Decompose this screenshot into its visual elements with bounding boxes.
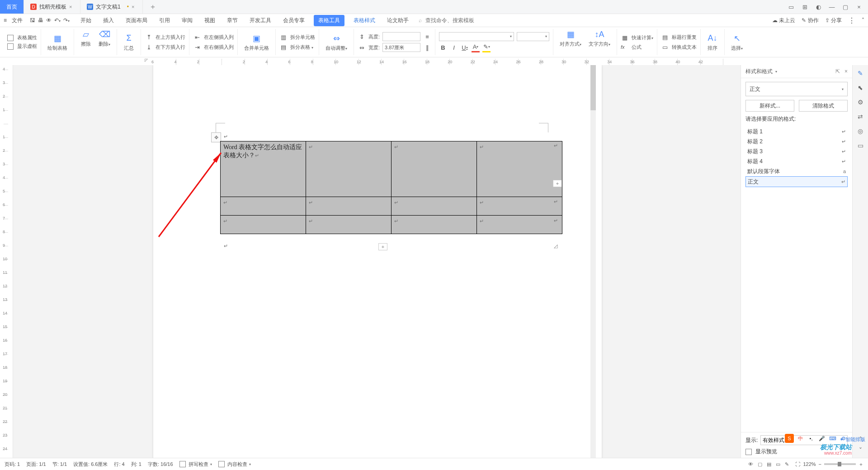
ime-mic-icon[interactable]: 🎤: [817, 434, 826, 443]
eye-icon[interactable]: 👁: [748, 461, 753, 467]
ime-punct-icon[interactable]: •,: [807, 434, 816, 443]
underline-button[interactable]: U▾: [461, 43, 469, 52]
table-cell[interactable]: ↵: [392, 216, 477, 234]
table-cell[interactable]: ↵: [477, 197, 562, 216]
vertical-scrollbar[interactable]: [590, 65, 596, 458]
bold-button[interactable]: B: [439, 43, 447, 52]
file-menu[interactable]: 文件: [12, 17, 23, 24]
collapse-ribbon-icon[interactable]: ˄: [862, 17, 864, 24]
table-cell[interactable]: ↵: [477, 216, 562, 234]
view-mode3-icon[interactable]: ▭: [776, 461, 780, 467]
rail-down-icon[interactable]: ˅: [859, 446, 862, 454]
redo-icon[interactable]: ↷▾: [63, 17, 70, 24]
add-row-button[interactable]: +: [378, 243, 387, 250]
status-page-number[interactable]: 页码: 1: [5, 461, 20, 468]
status-page[interactable]: 页面: 1/1: [26, 461, 46, 468]
sort[interactable]: A↓排序: [704, 33, 721, 52]
tab-selector-icon[interactable]: ◸: [145, 58, 148, 62]
ime-keyboard-icon[interactable]: ⌨: [828, 434, 837, 443]
show-dashed[interactable]: 显示虚框: [17, 43, 37, 50]
tab-paper[interactable]: 论文助手: [384, 15, 411, 26]
erase[interactable]: ▱擦除: [78, 29, 94, 55]
zoom-slider[interactable]: [824, 463, 856, 465]
tab-tablestyle[interactable]: 表格样式: [351, 15, 378, 26]
highlighter-icon[interactable]: ✎: [785, 461, 789, 467]
minimize-icon[interactable]: —: [828, 4, 835, 10]
status-col[interactable]: 列: 1: [131, 461, 142, 468]
tab-dev[interactable]: 开发工具: [247, 15, 274, 26]
table-cell[interactable]: Word 表格文字怎么自动适应表格大小？↵: [221, 141, 306, 197]
command-search[interactable]: ⌕: [419, 17, 481, 24]
tab-insert[interactable]: 插入: [100, 15, 117, 26]
search-input[interactable]: [425, 17, 481, 24]
zoom-level[interactable]: 122%: [803, 461, 816, 467]
status-section[interactable]: 节: 1/1: [52, 461, 67, 468]
ime-settings-icon[interactable]: ⚙: [839, 434, 848, 443]
undo-icon[interactable]: ↶▾: [54, 17, 61, 24]
distribute-rows-icon[interactable]: ≡: [423, 33, 431, 41]
ime-lang-icon[interactable]: 中: [796, 434, 805, 443]
tab-document[interactable]: W文字文稿1•×: [80, 0, 143, 14]
tab-section[interactable]: 章节: [224, 15, 241, 26]
status-row[interactable]: 行: 4: [114, 461, 124, 468]
collab-button[interactable]: ✎ 协作: [802, 17, 818, 24]
tab-templates[interactable]: D找稻壳模板×: [24, 0, 80, 14]
italic-button[interactable]: I: [450, 43, 458, 52]
checkbox-icon[interactable]: [7, 35, 14, 41]
link-icon[interactable]: ⇄: [858, 113, 863, 120]
cloud-status[interactable]: ☁ 未上云: [772, 17, 795, 24]
spellcheck-toggle[interactable]: 拼写检查 ▾: [179, 461, 212, 468]
title-repeat[interactable]: 标题行重复: [672, 34, 697, 41]
clear-format-button[interactable]: 清除格式: [799, 100, 848, 112]
table-props[interactable]: 表格属性: [17, 34, 37, 41]
pin-icon[interactable]: ⇱: [835, 68, 840, 75]
font-select[interactable]: ▾: [439, 32, 514, 41]
draw-table[interactable]: ▦绘制表格: [45, 33, 70, 52]
share-button[interactable]: ⇪ 分享: [825, 17, 842, 24]
document-canvas[interactable]: ↵ ✥ Word 表格文字怎么自动适应表格大小？↵ ↵ ↵ ↵ ↵ ↵ ↵ ↵ …: [13, 65, 741, 458]
status-chars[interactable]: 字数: 16/16: [148, 461, 173, 468]
checkbox-icon[interactable]: [745, 449, 752, 455]
new-style-button[interactable]: 新样式...: [745, 100, 794, 112]
menu-icon[interactable]: ≡: [4, 17, 11, 24]
apps-icon[interactable]: ⊞: [801, 4, 808, 10]
show-preview[interactable]: 显示预览: [755, 448, 777, 456]
align[interactable]: ▦对齐方式▾: [557, 29, 584, 55]
cursor-tool-icon[interactable]: ⬉: [858, 84, 863, 91]
tab-home[interactable]: 首页: [0, 0, 24, 14]
zoom-out-icon[interactable]: −: [819, 461, 821, 467]
settings-icon[interactable]: ⚙: [858, 99, 863, 106]
tab-vip[interactable]: 会员专享: [280, 15, 307, 26]
reading-icon[interactable]: ▭: [858, 142, 863, 149]
tab-reference[interactable]: 引用: [156, 15, 173, 26]
vertical-ruler[interactable]: 43 21 12 34 56 78 910 1112 1314 1516 171…: [0, 65, 13, 458]
current-style-select[interactable]: 正文▾: [745, 82, 848, 96]
table-cell[interactable]: ↵: [306, 141, 392, 197]
tab-tabletools[interactable]: 表格工具: [314, 15, 344, 26]
delete[interactable]: ⌫删除▾: [96, 29, 113, 55]
close-icon[interactable]: ×: [132, 4, 136, 9]
style-item-selected[interactable]: 正文↵: [745, 176, 848, 187]
status-position[interactable]: 设置值: 6.6厘米: [73, 461, 108, 468]
tab-pagelayout[interactable]: 页面布局: [123, 15, 150, 26]
maximize-icon[interactable]: ▢: [842, 4, 849, 10]
style-item[interactable]: 标题 4↵: [745, 156, 848, 166]
user-icon[interactable]: ◐: [815, 4, 822, 10]
font-color-button[interactable]: A▾: [472, 43, 480, 52]
insert-bottom[interactable]: 在下方插入行: [156, 44, 185, 51]
scrollbar-thumb[interactable]: [590, 65, 596, 110]
save-icon[interactable]: 🖫: [30, 17, 35, 24]
new-tab-button[interactable]: ＋: [143, 0, 163, 14]
quick-calc[interactable]: 快速计算▾: [632, 34, 653, 41]
table-cell[interactable]: ↵: [392, 141, 477, 197]
select[interactable]: ↖选择▾: [728, 33, 745, 52]
insert-left[interactable]: 在左侧插入列: [204, 34, 234, 41]
document-table[interactable]: Word 表格文字怎么自动适应表格大小？↵ ↵ ↵ ↵ ↵ ↵ ↵ ↵ ↵ ↵ …: [220, 141, 562, 234]
formula[interactable]: 公式: [632, 44, 642, 51]
style-item[interactable]: 标题 3↵: [745, 146, 848, 156]
content-check-toggle[interactable]: 内容检查 ▾: [218, 461, 251, 468]
table-cell[interactable]: ↵: [306, 197, 392, 216]
text-direction[interactable]: ↕A文字方向▾: [586, 29, 613, 55]
style-item[interactable]: 默认段落字体a: [745, 166, 848, 176]
print-icon[interactable]: 🖶: [38, 17, 43, 24]
